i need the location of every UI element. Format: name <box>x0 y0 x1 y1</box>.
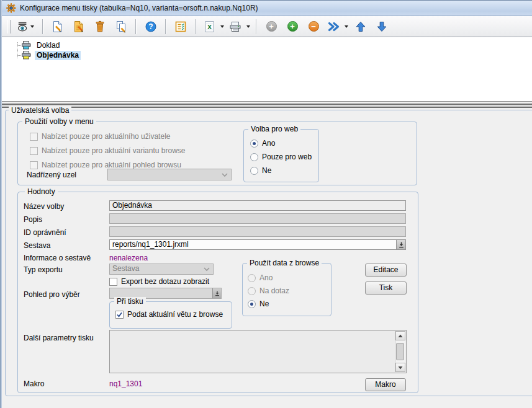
help-icon: ? <box>145 21 156 32</box>
radio-dot <box>248 287 256 295</box>
scroll-up-icon <box>398 334 403 338</box>
fast-forward-caret-icon[interactable] <box>345 25 348 28</box>
toolbar-separator <box>42 19 43 34</box>
toolbar-grip[interactable] <box>7 20 11 33</box>
checkbox-only-current-user: Nabízet pouze pro aktuálního uživatele <box>30 132 170 141</box>
radio-data-ano: Ano <box>248 273 273 282</box>
makro-value: nq1_1301 <box>109 379 142 388</box>
export-excel-caret-icon[interactable] <box>220 25 224 28</box>
makro-button[interactable]: Makro <box>365 378 406 391</box>
scroll-down-button[interactable] <box>395 363 405 372</box>
gear-icon <box>6 3 16 13</box>
extra-params-textarea[interactable] <box>109 330 407 373</box>
report-label: Sestava <box>24 241 50 250</box>
radio-label: Ano <box>262 139 275 148</box>
export-excel-button[interactable]: x <box>201 19 217 35</box>
report-browse-button[interactable] <box>396 240 405 249</box>
toolbar: ? x <box>0 16 532 37</box>
copy-button[interactable] <box>113 19 129 35</box>
delete-button[interactable] <box>92 19 108 35</box>
groupbox-pouzit-data-label: Použít data z browse <box>247 259 322 267</box>
toolbar-separator <box>135 19 137 34</box>
groupbox-uzivatelska-volba-label: Uživatelská volba <box>9 106 71 115</box>
properties-list-button[interactable] <box>173 19 189 35</box>
checkbox-label: Export bez dotazu zobrazit <box>121 277 209 286</box>
svg-text:?: ? <box>148 22 153 31</box>
radio-data-ne[interactable]: Ne <box>248 299 269 308</box>
move-down-button[interactable] <box>374 19 390 35</box>
move-up-button[interactable] <box>353 19 369 35</box>
report-info-value: nenalezena <box>109 254 148 262</box>
print-button[interactable] <box>227 19 243 35</box>
checkbox-label: Nabízet pouze pro aktuálního uživatele <box>42 132 170 141</box>
editace-button[interactable]: Editace <box>365 264 407 277</box>
move-down-icon <box>377 21 387 32</box>
new-button[interactable] <box>50 19 66 35</box>
tree-item-doklad[interactable]: Doklad <box>21 40 61 50</box>
printer-icon <box>21 51 32 60</box>
svg-text:x: x <box>207 22 212 31</box>
radio-web-ano[interactable]: Ano <box>250 139 275 148</box>
selection-view-button <box>212 288 221 298</box>
scrollbar[interactable] <box>395 331 405 372</box>
tree-item-objednavka[interactable]: Objednávka <box>21 50 81 60</box>
help-button[interactable]: ? <box>143 19 159 35</box>
tree-line <box>17 42 18 58</box>
permission-id-field <box>109 226 406 237</box>
radio-web-ne[interactable]: Ne <box>250 166 271 175</box>
chevron-down-icon <box>222 173 228 177</box>
new-document-icon <box>52 20 63 33</box>
view-menu-caret-icon <box>30 25 34 28</box>
radio-dot <box>248 300 256 308</box>
titlebar[interactable]: Konfigurace menu tisky (tabulka=Nq10, va… <box>0 0 532 16</box>
remove-button[interactable]: − <box>305 19 322 35</box>
selection-view-label: Pohled pro výběr <box>24 290 80 299</box>
radio-dot <box>250 140 258 148</box>
checkbox-box <box>109 278 117 286</box>
tree-item-label: Objednávka <box>35 51 81 60</box>
chevron-down-icon <box>204 267 210 272</box>
radio-dot <box>250 153 258 161</box>
option-name-field[interactable]: Objednávka <box>109 200 406 211</box>
splitter[interactable] <box>0 104 532 108</box>
checkbox-label: Nabízet pouze pro aktuální variantu brow… <box>42 146 185 155</box>
export-excel-icon: x <box>204 20 215 33</box>
permission-id-label: ID oprávnění <box>24 228 66 237</box>
scroll-up-button[interactable] <box>395 331 405 340</box>
edit-document-icon <box>73 20 84 33</box>
scrollbar-thumb[interactable] <box>396 343 404 360</box>
report-field[interactable]: reports/nq1_1301.jrxml <box>109 239 406 250</box>
description-field <box>109 213 406 224</box>
radio-web-pouze[interactable]: Pouze pro web <box>250 153 312 161</box>
tree-panel[interactable]: Doklad Objednávka <box>0 37 532 102</box>
groupbox-volba-pro-web-label: Volba pro web <box>248 125 300 133</box>
checkbox-box <box>30 161 38 169</box>
tisk-button[interactable]: Tisk <box>365 282 407 295</box>
edit-button[interactable] <box>71 19 87 35</box>
groupbox-hodnoty-label: Hodnoty <box>25 187 58 196</box>
checkbox-label: Podat aktuální větu z browse <box>127 310 223 319</box>
radio-label: Ne <box>262 166 271 175</box>
toolbar-separator <box>195 19 196 34</box>
tree-item-label: Doklad <box>35 41 61 50</box>
export-type-select: Sestava <box>109 264 214 275</box>
toolbar-separator <box>256 19 257 34</box>
add-inactive-button[interactable]: + <box>263 19 279 35</box>
print-caret-icon[interactable] <box>246 25 250 28</box>
checkbox-box <box>30 147 38 155</box>
copy-document-icon <box>115 20 127 33</box>
printer-icon <box>21 41 32 50</box>
app-window: Konfigurace menu tisky (tabulka=Nq10, va… <box>0 0 532 408</box>
view-menu-button[interactable] <box>17 19 36 35</box>
checkbox-export-no-dialog[interactable]: Export bez dotazu zobrazit <box>109 277 209 286</box>
radio-label: Pouze pro web <box>262 153 312 161</box>
radio-label: Na dotaz <box>259 286 289 295</box>
parent-node-label: Nadřízený uzel <box>27 171 76 179</box>
radio-label: Ano <box>259 273 273 282</box>
checkbox-current-row[interactable]: Podat aktuální větu z browse <box>115 310 223 319</box>
option-name-label: Název volby <box>24 202 64 211</box>
export-type-label: Typ exportu <box>24 265 63 274</box>
add-button[interactable]: + <box>284 19 300 35</box>
parent-node-select <box>107 169 232 180</box>
fast-forward-button[interactable] <box>325 19 341 35</box>
